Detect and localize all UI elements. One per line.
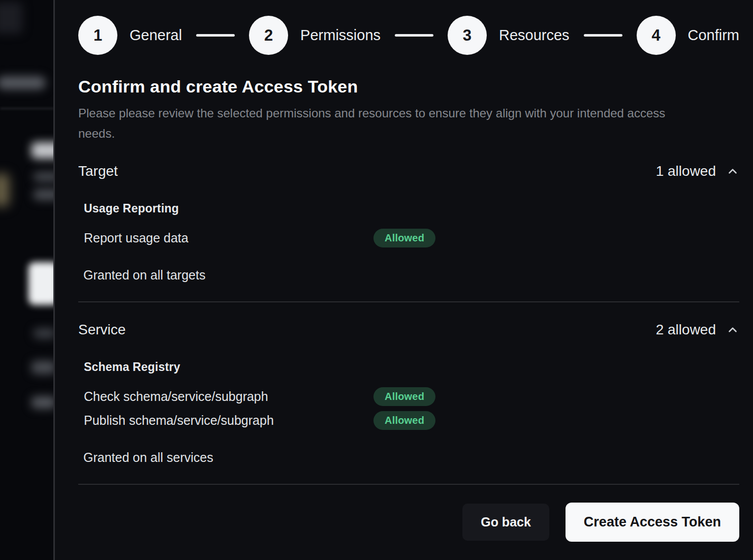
- section-title: Service: [78, 322, 125, 338]
- permission-label: Report usage data: [84, 231, 373, 245]
- background-blur-nav-text: [0, 76, 46, 89]
- create-access-token-button[interactable]: Create Access Token: [566, 503, 739, 542]
- status-badge: Allowed: [373, 411, 435, 430]
- page-title: Confirm and create Access Token: [78, 77, 739, 97]
- footer-actions: Go back Create Access Token: [78, 503, 739, 542]
- stepper-connector: [196, 34, 235, 37]
- permission-row: Check schema/service/subgraph Allowed: [78, 387, 739, 406]
- permission-group-name: Schema Registry: [84, 360, 739, 374]
- background-blur-icon: [0, 2, 22, 34]
- step-confirm-circle: 4: [637, 16, 676, 55]
- section-service-collapse-toggle[interactable]: 2 allowed: [656, 322, 739, 338]
- section-target-header: Target 1 allowed: [78, 163, 739, 179]
- stepper-connector: [395, 34, 433, 37]
- background-page: [0, 0, 54, 560]
- create-access-token-modal: 1 General 2 Permissions 3 Resources 4 Co…: [53, 0, 753, 560]
- permission-rows: Report usage data Allowed: [78, 229, 739, 247]
- background-blur-list-item: [32, 396, 54, 409]
- screen: 1 General 2 Permissions 3 Resources 4 Co…: [0, 0, 753, 560]
- permission-rows: Check schema/service/subgraph Allowed Pu…: [78, 387, 739, 430]
- status-badge: Allowed: [373, 229, 435, 247]
- step-label: Resources: [499, 27, 570, 44]
- background-blur-accent: [0, 174, 9, 206]
- page-description: Please please review the selected permis…: [78, 103, 703, 144]
- step-general[interactable]: 1 General: [78, 16, 182, 55]
- step-label: Confirm: [688, 27, 740, 44]
- background-blur-heading: [32, 142, 54, 159]
- step-general-circle: 1: [78, 16, 117, 55]
- section-service: Service 2 allowed Schema Registry Check …: [78, 322, 739, 465]
- allowed-count: 1 allowed: [656, 163, 716, 179]
- step-number: 3: [463, 26, 472, 45]
- allowed-count: 2 allowed: [656, 322, 716, 338]
- stepper-connector: [584, 34, 622, 37]
- go-back-button[interactable]: Go back: [462, 504, 549, 541]
- step-confirm[interactable]: 4 Confirm: [637, 16, 740, 55]
- step-permissions-circle: 2: [249, 16, 288, 55]
- background-blur-text-line: [34, 172, 54, 182]
- section-target-collapse-toggle[interactable]: 1 allowed: [656, 163, 739, 179]
- granted-note: Granted on all targets: [83, 268, 739, 283]
- section-title: Target: [78, 163, 118, 179]
- permission-row: Report usage data Allowed: [78, 229, 739, 247]
- step-resources[interactable]: 3 Resources: [448, 16, 570, 55]
- step-number: 4: [651, 26, 660, 45]
- background-blur-card: [28, 262, 54, 305]
- permission-label: Publish schema/service/subgraph: [84, 413, 373, 428]
- granted-note: Granted on all services: [83, 450, 739, 465]
- chevron-up-icon: [726, 165, 739, 178]
- chevron-up-icon: [726, 323, 739, 336]
- stepper: 1 General 2 Permissions 3 Resources 4 Co…: [78, 16, 739, 55]
- section-target: Target 1 allowed Usage Reporting Report …: [78, 163, 739, 283]
- section-divider: [78, 301, 739, 302]
- step-label: General: [130, 27, 182, 44]
- step-resources-circle: 3: [448, 16, 487, 55]
- permission-row: Publish schema/service/subgraph Allowed: [78, 411, 739, 430]
- footer-divider: [78, 484, 739, 485]
- background-blur-list-item: [32, 361, 54, 374]
- permission-label: Check schema/service/subgraph: [84, 389, 373, 404]
- background-blur-text-line: [34, 189, 54, 200]
- permission-group-name: Usage Reporting: [84, 202, 739, 215]
- step-number: 1: [93, 26, 102, 45]
- step-permissions[interactable]: 2 Permissions: [249, 16, 381, 55]
- step-label: Permissions: [300, 27, 381, 44]
- background-blur-divider: [0, 108, 54, 109]
- background-blur-list-item: [34, 328, 54, 338]
- step-number: 2: [264, 26, 273, 45]
- status-badge: Allowed: [373, 387, 435, 406]
- section-service-header: Service 2 allowed: [78, 322, 739, 338]
